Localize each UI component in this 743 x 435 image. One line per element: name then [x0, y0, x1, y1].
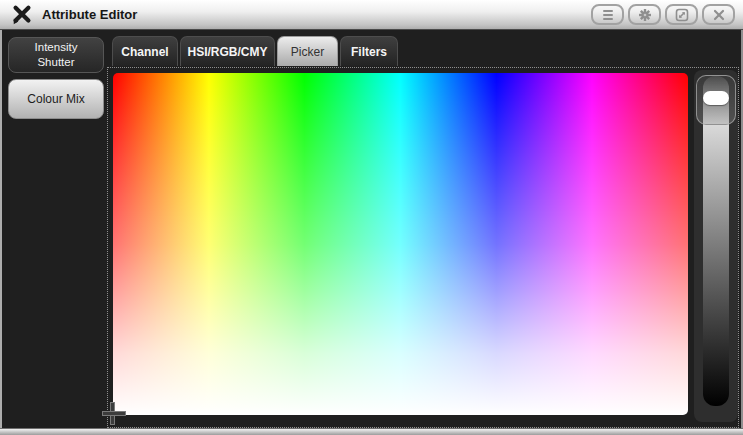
- tab-hsi-rgb-cmy[interactable]: HSI/RGB/CMY: [180, 36, 275, 66]
- attribute-editor-window: Attribute Editor: [0, 0, 743, 435]
- tab-label: Picker: [291, 45, 324, 59]
- value-slider-thumb[interactable]: [696, 75, 736, 125]
- window-title: Attribute Editor: [42, 7, 137, 22]
- tab-picker[interactable]: Picker: [277, 36, 338, 66]
- sidebar-item-colour-mix[interactable]: Colour Mix: [8, 79, 104, 119]
- close-icon: [713, 9, 725, 21]
- tab-label: Filters: [351, 45, 387, 59]
- color-gradient-area[interactable]: [113, 73, 688, 415]
- tab-filters[interactable]: Filters: [340, 36, 398, 66]
- resize-diagonal-icon: [675, 8, 689, 22]
- window-frame-left: [0, 30, 2, 435]
- sidebar-item-label: Intensity Shutter: [24, 40, 88, 70]
- titlebar-controls: [591, 4, 735, 25]
- close-button[interactable]: [702, 4, 735, 25]
- sidebar-item-label: Colour Mix: [27, 92, 84, 106]
- slider-thumb-grip: [703, 91, 729, 105]
- value-slider-track[interactable]: [703, 76, 729, 406]
- sidebar-item-intensity-shutter[interactable]: Intensity Shutter: [8, 37, 104, 73]
- titlebar[interactable]: Attribute Editor: [0, 0, 743, 30]
- menu-button[interactable]: [591, 4, 624, 25]
- tab-label: Channel: [121, 45, 168, 59]
- gear-icon: [638, 8, 652, 22]
- tab-channel[interactable]: Channel: [112, 36, 178, 66]
- hamburger-icon: [601, 9, 615, 21]
- tab-label: HSI/RGB/CMY: [187, 45, 267, 59]
- color-cursor-crosshair[interactable]: [102, 411, 126, 416]
- resize-button[interactable]: [665, 4, 698, 25]
- app-logo-icon: [10, 4, 34, 26]
- window-frame-bottom[interactable]: [0, 428, 743, 435]
- settings-button[interactable]: [628, 4, 661, 25]
